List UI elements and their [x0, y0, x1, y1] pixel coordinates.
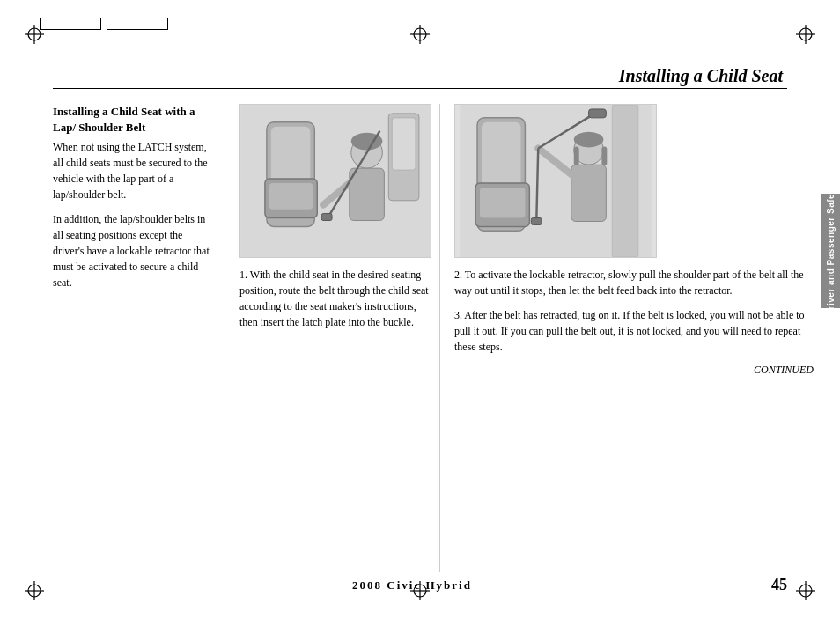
- reg-mark-bl: [25, 581, 44, 600]
- step-3: 3. After the belt has retracted, tug on …: [454, 307, 814, 355]
- body-paragraph-1: When not using the LATCH system, all chi…: [53, 139, 215, 202]
- reg-mark-br: [796, 581, 815, 600]
- svg-rect-46: [612, 105, 638, 257]
- left-column: Installing a Child Seat with a Lap/ Shou…: [53, 104, 229, 572]
- top-line-boxes: [40, 18, 168, 30]
- illustration-1: [239, 104, 431, 258]
- footer-page-number: 45: [771, 576, 787, 594]
- top-rule: [53, 88, 787, 89]
- body-paragraph-2: In addition, the lap/shoulder belts in a…: [53, 211, 215, 290]
- continued-label: CONTINUED: [454, 364, 814, 377]
- section-title: Installing a Child Seat with a Lap/ Shou…: [53, 104, 215, 136]
- middle-column: 1. With the child seat in the desired se…: [229, 104, 440, 572]
- columns: Installing a Child Seat with a Lap/ Shou…: [53, 104, 814, 572]
- svg-rect-28: [321, 214, 332, 221]
- svg-rect-44: [589, 109, 607, 118]
- reg-mark-tr: [796, 25, 815, 44]
- svg-rect-22: [269, 183, 313, 210]
- sidebar-tab: Driver and Passenger Safety: [821, 194, 840, 308]
- top-line-box-1: [40, 18, 101, 30]
- svg-rect-38: [574, 146, 579, 165]
- svg-rect-39: [601, 146, 607, 165]
- svg-rect-30: [392, 118, 416, 170]
- step-1: 1. With the child seat in the desired se…: [239, 267, 429, 330]
- page-title: Installing a Child Seat: [619, 66, 783, 86]
- svg-rect-40: [571, 165, 607, 221]
- sidebar-tab-label: Driver and Passenger Safety: [826, 185, 836, 316]
- svg-point-37: [574, 132, 604, 148]
- step-2: 2. To activate the lockable retractor, s…: [454, 267, 814, 298]
- footer-center: 2008 Civic Hybrid: [352, 578, 472, 592]
- content-area: Installing a Child Seat with a Lap/ Shou…: [53, 97, 814, 572]
- svg-rect-45: [531, 218, 542, 225]
- svg-rect-35: [480, 188, 525, 218]
- footer: 2008 Civic Hybrid 45: [53, 570, 787, 594]
- reg-mark-tc: [410, 25, 430, 44]
- svg-rect-25: [350, 168, 385, 220]
- top-line-box-2: [107, 18, 168, 30]
- illustration-2: [454, 104, 657, 258]
- right-column: 2. To activate the lockable retractor, s…: [440, 104, 814, 572]
